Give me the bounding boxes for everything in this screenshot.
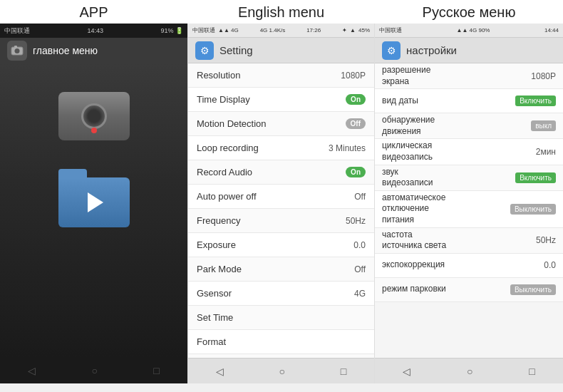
- ru-menu-title: настройки: [406, 44, 457, 56]
- en-menu-item[interactable]: Auto power offOff: [188, 185, 374, 209]
- en-item-label: Park Mode: [197, 264, 242, 274]
- ru-item-value: 1080P: [531, 71, 556, 81]
- ru-menu-item[interactable]: обнаружениедвижениявыкл: [375, 113, 563, 139]
- nav-recent-app[interactable]: □: [153, 365, 159, 376]
- setting-icon-ru: ⚙: [382, 41, 401, 60]
- camera-icon: [58, 92, 130, 149]
- ru-menu-header: ⚙ настройки: [375, 38, 563, 63]
- en-menu-item[interactable]: Exposure0.0: [188, 233, 374, 257]
- nav-recent-en[interactable]: □: [341, 366, 346, 377]
- status-wifi-en: ▲: [350, 27, 356, 33]
- en-menu-item[interactable]: Gsensor4G: [188, 282, 374, 306]
- en-item-value: On: [346, 167, 366, 177]
- en-item-label: Format: [197, 336, 226, 347]
- nav-home-app[interactable]: ○: [92, 365, 98, 376]
- status-bat-en: 45%: [358, 27, 370, 33]
- ru-item-label: режим парковки: [382, 284, 510, 295]
- en-menu-header: ⚙ Setting: [188, 38, 374, 63]
- en-menu-list: Resolution1080PTime DisplayOnMotion Dete…: [188, 63, 374, 358]
- en-menu-item[interactable]: Resolution1080P: [188, 63, 374, 88]
- ru-menu-item[interactable]: режим парковкиВыключить: [375, 278, 563, 302]
- panel-ru: 中国联通 ▲▲ 4G 90% 14:44 ⚙ настройки разреше…: [375, 24, 563, 383]
- ru-menu-item[interactable]: циклическаявидеозапись2мин: [375, 139, 563, 165]
- panel-app: 中国联通 14:43 91% 🔋 главное меню: [0, 24, 187, 383]
- status-bar-app: 中国联通 14:43 91% 🔋: [0, 24, 187, 38]
- en-item-value: On: [346, 94, 366, 105]
- ru-menu-item[interactable]: экспокоррекция0.0: [375, 254, 563, 278]
- en-item-value: 3 Minutes: [329, 143, 366, 153]
- header-row: APP English menu Русское меню: [0, 0, 563, 24]
- status-bar-en: 中国联通 ▲▲ 4G 4G 1.4K/s 17:26 ✦ ▲ 45%: [188, 24, 374, 38]
- ru-item-value: Выключить: [510, 284, 556, 295]
- nav-back-en[interactable]: ◁: [216, 366, 224, 377]
- en-item-label: Gsensor: [197, 288, 232, 299]
- ru-item-label: звуквидеозаписи: [382, 167, 515, 189]
- en-item-value: Off: [354, 264, 366, 274]
- ru-item-label: экспокоррекция: [382, 259, 541, 271]
- setting-icon: ⚙: [195, 41, 214, 60]
- en-item-value: 4G: [354, 289, 366, 299]
- status-signal-ru: ▲▲ 4G 90%: [457, 27, 490, 33]
- en-item-label: Resolution: [197, 70, 240, 81]
- header-app: APP: [0, 4, 187, 21]
- ru-item-label: обнаружениедвижения: [382, 115, 531, 137]
- status-time-ru: 14:44: [544, 27, 559, 33]
- app-top-bar: главное меню: [0, 38, 187, 63]
- en-item-value: 50Hz: [346, 216, 366, 226]
- ru-item-label: автоматическоеотключениепитания: [382, 192, 510, 226]
- ru-menu-item[interactable]: автоматическоеотключениепитанияВыключить: [375, 191, 563, 228]
- status-carrier-app: 中国联通: [4, 26, 30, 36]
- en-menu-item[interactable]: Format: [188, 330, 374, 354]
- ru-item-value: выкл: [531, 120, 556, 131]
- app-icon: [7, 41, 27, 61]
- folder-icon: [58, 177, 130, 234]
- nav-home-en[interactable]: ○: [279, 366, 285, 377]
- en-menu-item[interactable]: Record AudioOn: [188, 160, 374, 185]
- en-item-label: Record Audio: [197, 167, 252, 177]
- en-item-value: 0.0: [353, 240, 366, 250]
- en-menu-item[interactable]: Motion DetectionOff: [188, 112, 374, 136]
- status-time-en: 17:26: [306, 27, 321, 33]
- nav-bar-app: ◁ ○ □: [0, 358, 187, 383]
- nav-bar-en: ◁ ○ □: [188, 358, 374, 383]
- ru-menu-item[interactable]: разрешениеэкрана1080P: [375, 63, 563, 89]
- status-bt-en: ✦: [342, 27, 347, 33]
- ru-item-label: циклическаявидеозапись: [382, 140, 533, 163]
- ru-item-value: Выключить: [510, 204, 556, 215]
- nav-home-ru[interactable]: ○: [467, 366, 472, 377]
- en-item-label: Auto power off: [197, 191, 257, 202]
- status-left-en: 中国联通 ▲▲ 4G: [192, 26, 239, 34]
- en-item-label: Exposure: [197, 239, 236, 250]
- en-item-label: Motion Detection: [197, 118, 267, 129]
- en-item-label: Time Display: [197, 94, 250, 105]
- ru-item-value: 0.0: [544, 260, 556, 270]
- ru-item-value: Включить: [515, 96, 556, 106]
- en-menu-item[interactable]: Set Time: [188, 306, 374, 330]
- en-menu-item[interactable]: Frequency50Hz: [188, 209, 374, 233]
- ru-menu-item[interactable]: частотаисточника света50Hz: [375, 228, 563, 254]
- panels: 中国联通 14:43 91% 🔋 главное меню: [0, 24, 563, 383]
- ru-menu-list: разрешениеэкрана1080Pвид датыВключитьобн…: [375, 63, 563, 358]
- en-item-value: Off: [354, 192, 366, 202]
- en-menu-item[interactable]: Park ModeOff: [188, 257, 374, 282]
- ru-item-label: разрешениеэкрана: [382, 65, 528, 87]
- status-battery-app: 91% 🔋: [160, 27, 183, 34]
- status-speed-en: 4G 1.4K/s: [260, 27, 286, 33]
- en-menu-item[interactable]: Loop recording3 Minutes: [188, 136, 374, 160]
- app-content: [0, 63, 187, 358]
- ru-item-value: 50Hz: [536, 235, 556, 245]
- ru-menu-item[interactable]: вид датыВключить: [375, 89, 563, 113]
- status-right-en: ✦ ▲ 45%: [342, 27, 370, 33]
- panel-en: 中国联通 ▲▲ 4G 4G 1.4K/s 17:26 ✦ ▲ 45% ⚙ Set…: [187, 24, 375, 383]
- status-bar-ru: 中国联通 ▲▲ 4G 90% 14:44: [375, 24, 563, 38]
- ru-item-label: вид даты: [382, 96, 515, 107]
- nav-back-app[interactable]: ◁: [28, 365, 36, 376]
- en-menu-item[interactable]: Time DisplayOn: [188, 88, 374, 112]
- ru-menu-item[interactable]: звуквидеозаписиВключить: [375, 165, 563, 191]
- status-signal-en: ▲▲ 4G: [218, 27, 239, 33]
- en-item-value: Off: [346, 118, 366, 129]
- status-time-app: 14:43: [87, 27, 103, 34]
- en-menu-title: Setting: [219, 44, 253, 56]
- nav-back-ru[interactable]: ◁: [403, 366, 410, 377]
- nav-recent-ru[interactable]: □: [529, 366, 534, 377]
